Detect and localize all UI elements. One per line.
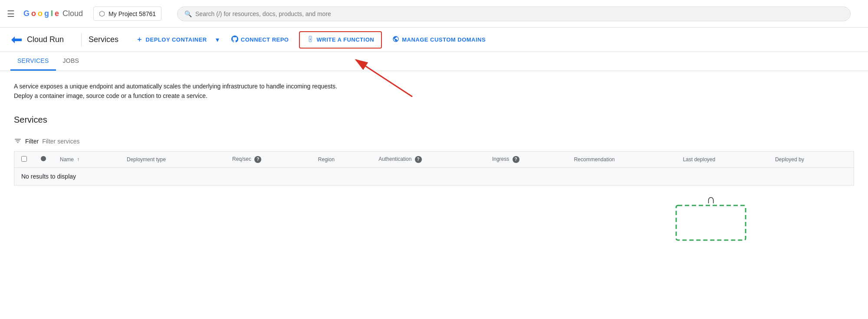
deploy-container-group[interactable]: ＋ DEPLOY CONTAINER ▾ [129, 32, 221, 48]
green-annotation-svg: ∩ [654, 192, 785, 244]
ingress-help[interactable]: ? [513, 156, 519, 163]
main-content: A service exposes a unique endpoint and … [0, 71, 868, 255]
filter-input[interactable] [42, 138, 854, 145]
project-name: My Project 58761 [108, 10, 156, 17]
th-recommendation: Recommendation [567, 151, 676, 167]
deploy-dropdown-arrow[interactable]: ▾ [214, 32, 221, 47]
project-selector[interactable]: ⬡ My Project 58761 [93, 7, 161, 21]
deploy-container-button[interactable]: ＋ DEPLOY CONTAINER [129, 32, 214, 48]
write-function-button[interactable]: WRITE A FUNCTION [299, 31, 382, 49]
status-dot [41, 156, 46, 161]
nav-divider [81, 33, 82, 47]
cloud-run-logo: Cloud Run [10, 34, 64, 46]
cloud-run-title: Cloud Run [27, 35, 64, 44]
svg-marker-0 [11, 36, 22, 43]
services-table: Name ↑ Deployment type Req/sec ? Region … [14, 151, 854, 186]
sort-arrow: ↑ [77, 156, 79, 163]
manage-custom-domains-button[interactable]: MANAGE CUSTOM DOMAINS [385, 32, 493, 48]
cloud-run-nav: Cloud Run Services ＋ DEPLOY CONTAINER ▾ [0, 28, 868, 52]
th-deployed-by: Deployed by [768, 151, 854, 167]
nav-actions: ＋ DEPLOY CONTAINER ▾ CONNECT REPO [129, 31, 858, 49]
tab-services[interactable]: SERVICES [10, 52, 56, 71]
domains-icon [392, 36, 399, 44]
no-results-row: No results to display [14, 167, 854, 185]
table-header-row: Name ↑ Deployment type Req/sec ? Region … [14, 151, 854, 167]
tabs-bar: SERVICES JOBS [0, 52, 868, 71]
filter-row: Filter [14, 132, 854, 151]
search-input[interactable] [195, 10, 843, 17]
filter-icon [14, 137, 22, 146]
reqsec-help[interactable]: ? [254, 156, 261, 163]
filter-label: Filter [25, 138, 39, 145]
th-name[interactable]: Name ↑ [53, 151, 120, 167]
th-deployment-type: Deployment type [120, 151, 225, 167]
cloud-run-logo-icon [10, 34, 23, 46]
svg-text:∩: ∩ [707, 192, 715, 206]
services-nav-label: Services [89, 35, 118, 44]
svg-rect-4 [676, 205, 746, 240]
search-bar[interactable]: 🔍 [177, 7, 851, 21]
th-reqsec: Req/sec ? [225, 151, 311, 167]
top-nav: ☰ Google Cloud ⬡ My Project 58761 🔍 [0, 0, 868, 28]
project-icon: ⬡ [99, 10, 105, 18]
deploy-icon: ＋ [136, 35, 143, 44]
hamburger-icon[interactable]: ☰ [7, 9, 15, 19]
function-icon [307, 36, 314, 44]
th-region: Region [311, 151, 372, 167]
th-authentication: Authentication ? [372, 151, 485, 167]
no-results-cell: No results to display [14, 167, 854, 185]
connect-repo-button[interactable]: CONNECT REPO [224, 32, 296, 48]
description-line2: Deploy a container image, source code or… [14, 91, 854, 101]
google-logo: Google Cloud [23, 9, 83, 18]
auth-help[interactable]: ? [415, 156, 422, 163]
description: A service exposes a unique endpoint and … [14, 81, 854, 101]
th-status [34, 151, 53, 167]
services-section-title: Services [14, 115, 854, 125]
th-last-deployed: Last deployed [676, 151, 768, 167]
tab-jobs[interactable]: JOBS [56, 52, 86, 71]
page-wrapper: ☰ Google Cloud ⬡ My Project 58761 🔍 Clou… [0, 0, 868, 255]
repo-icon [231, 36, 238, 44]
th-checkbox[interactable] [14, 151, 34, 167]
select-all-checkbox[interactable] [21, 156, 27, 162]
description-line1: A service exposes a unique endpoint and … [14, 81, 854, 91]
search-icon: 🔍 [184, 10, 192, 17]
th-ingress: Ingress ? [485, 151, 567, 167]
annotation-area: ∩ [14, 192, 854, 244]
